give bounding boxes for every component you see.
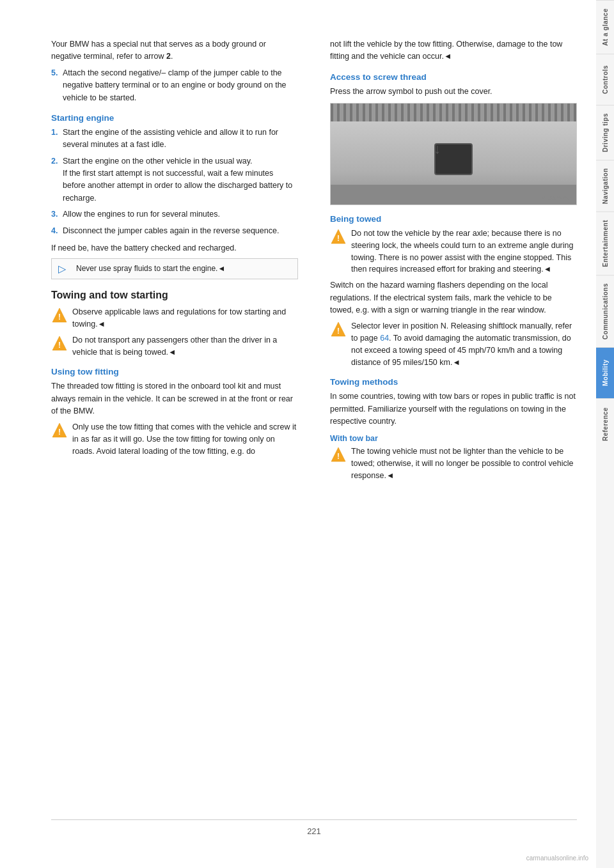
- step-2: 2. Start the engine on the other vehicle…: [51, 155, 298, 205]
- step-1: 1. Start the engine of the assisting veh…: [51, 127, 298, 151]
- right-column: not lift the vehicle by the tow fitting.…: [324, 38, 577, 819]
- switch-text: Switch on the hazard warning flashers de…: [330, 279, 577, 316]
- warning-triangle-2: !: [51, 335, 68, 353]
- note-text: Never use spray fluids to start the engi…: [76, 263, 225, 274]
- selector-text: Selector lever in position N. Releasing …: [351, 320, 577, 368]
- starting-engine-heading: Starting engine: [51, 113, 298, 123]
- warning-1: ! Observe applicable laws and regulation…: [51, 306, 298, 330]
- website-watermark: carmanualsonline.info: [526, 855, 588, 862]
- continued-text: not lift the vehicle by the tow fitting.…: [330, 38, 577, 63]
- intro-paragraph: Your BMW has a special nut that serves a…: [51, 38, 298, 63]
- towing-methods-heading: Towing methods: [330, 377, 577, 387]
- access-heading: Access to screw thread: [330, 72, 577, 82]
- two-column-layout: Your BMW has a special nut that serves a…: [51, 38, 577, 819]
- if-need-text: If need be, have the battery checked and…: [51, 242, 298, 254]
- tow-bar-text: The towing vehicle must not be lighter t…: [351, 446, 577, 481]
- svg-text:!: !: [337, 234, 340, 243]
- warning-triangle-1: !: [51, 307, 68, 325]
- svg-text:!: !: [58, 313, 61, 322]
- warning-triangle-4: !: [330, 228, 347, 247]
- left-column: Your BMW has a special nut that serves a…: [51, 38, 304, 819]
- sidebar-tab-at-a-glance[interactable]: At a glance: [596, 0, 614, 54]
- tow-warning-text: Only use the tow fitting that comes with…: [72, 421, 298, 457]
- svg-text:!: !: [337, 452, 340, 461]
- note-box: ▷ Never use spray fluids to start the en…: [51, 258, 298, 279]
- towing-heading: Towing and tow starting: [51, 290, 298, 301]
- step-5: 5. Attach the second negative/– clamp of…: [51, 67, 298, 104]
- sidebar-tab-navigation[interactable]: Navigation: [596, 160, 614, 212]
- sidebar-tab-reference[interactable]: Reference: [596, 398, 614, 449]
- sidebar-tab-driving-tips[interactable]: Driving tips: [596, 105, 614, 160]
- being-towed-text: Do not tow the vehicle by the rear axle;…: [351, 228, 577, 275]
- using-tow-heading: Using tow fitting: [51, 367, 298, 376]
- warning-triangle-6: !: [330, 446, 347, 465]
- warning-triangle-5: !: [330, 321, 347, 339]
- selector-warning: ! Selector lever in position N. Releasin…: [330, 320, 577, 368]
- tow-bar-warning: ! The towing vehicle must not be lighter…: [330, 446, 577, 481]
- being-towed-warning: ! Do not tow the vehicle by the rear axl…: [330, 228, 577, 275]
- note-icon: ▷: [58, 263, 71, 275]
- svg-text:!: !: [58, 341, 61, 350]
- page-number: 221: [51, 819, 577, 842]
- svg-text:!: !: [58, 428, 61, 437]
- engine-steps-list: 1. Start the engine of the assisting veh…: [51, 127, 298, 237]
- watermark: VE3310401: [541, 195, 571, 201]
- sidebar-tab-entertainment[interactable]: Entertainment: [596, 212, 614, 275]
- warning-1-text: Observe applicable laws and regulations …: [72, 306, 298, 330]
- using-tow-text: The threaded tow fitting is stored in th…: [51, 380, 298, 417]
- with-tow-bar-heading: With tow bar: [330, 434, 577, 443]
- towing-methods-text: In some countries, towing with tow bars …: [330, 391, 577, 428]
- step-4: 4. Disconnect the jumper cables again in…: [51, 225, 298, 237]
- page-ref: 64: [380, 334, 389, 343]
- sidebar-tab-mobility[interactable]: Mobility: [596, 347, 614, 398]
- sidebar: At a glance Controls Driving tips Naviga…: [596, 0, 614, 868]
- svg-text:!: !: [337, 327, 340, 336]
- warning-2-text: Do not transport any passengers other th…: [72, 334, 298, 359]
- access-text: Press the arrow symbol to push out the c…: [330, 86, 577, 98]
- being-towed-heading: Being towed: [330, 214, 577, 224]
- sidebar-tab-controls[interactable]: Controls: [596, 54, 614, 105]
- page-container: Your BMW has a special nut that serves a…: [0, 0, 614, 868]
- warning-2: ! Do not transport any passengers other …: [51, 334, 298, 359]
- tow-fitting-image: ↓ VE3310401: [330, 103, 577, 205]
- main-content: Your BMW has a special nut that serves a…: [0, 0, 596, 868]
- step-3: 3. Allow the engines to run for several …: [51, 208, 298, 221]
- tow-warning: ! Only use the tow fitting that comes wi…: [51, 421, 298, 457]
- step5-list: 5. Attach the second negative/– clamp of…: [51, 67, 298, 104]
- warning-triangle-3: !: [51, 422, 68, 440]
- sidebar-tab-communications[interactable]: Communications: [596, 275, 614, 347]
